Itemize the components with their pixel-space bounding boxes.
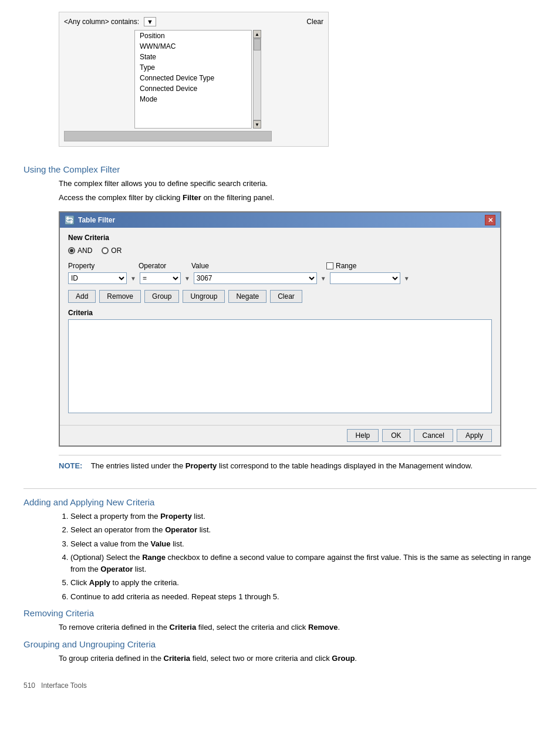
and-or-radio-row: AND OR <box>68 247 492 255</box>
dialog-titlebar: 🔄 Table Filter ✕ <box>60 212 500 228</box>
dropdown-item[interactable]: Connected Device <box>135 83 251 94</box>
add-button[interactable]: Add <box>68 290 96 303</box>
property-bold-s1: Property <box>160 512 191 521</box>
operator-bold-s4: Operator <box>100 565 133 573</box>
scrollbar-track <box>253 38 261 120</box>
step-4: (Optional) Select the Range checkbox to … <box>70 552 537 575</box>
ungroup-button[interactable]: Ungroup <box>183 290 225 303</box>
dialog-footer: Help OK Cancel Apply <box>60 425 500 445</box>
page-footer: 510 Interface Tools <box>23 681 537 690</box>
note-label: NOTE: <box>59 461 82 470</box>
clear-link[interactable]: Clear <box>306 18 323 26</box>
range-select[interactable] <box>330 272 400 284</box>
removing-criteria-heading: Removing Criteria <box>23 608 537 618</box>
property-header: Property <box>68 262 133 270</box>
operator-select[interactable]: = <box>140 272 181 284</box>
group-button[interactable]: Group <box>144 290 179 303</box>
range-bold-s4: Range <box>142 553 166 562</box>
or-radio-dot <box>102 247 109 254</box>
any-column-label: <Any column> contains: <box>64 18 139 26</box>
note-box: NOTE: The entries listed under the Prope… <box>59 455 501 477</box>
property-select[interactable]: ID <box>68 272 127 284</box>
step-2: Select an operator from the Operator lis… <box>70 524 537 536</box>
table-filter-dialog: 🔄 Table Filter ✕ New Criteria AND OR Pro… <box>59 211 501 447</box>
criteria-box <box>68 319 492 413</box>
scrollbar-thumb[interactable] <box>254 39 261 50</box>
criteria-bold-remove: Criteria <box>170 623 197 632</box>
apply-bold-s5: Apply <box>89 578 110 587</box>
dialog-body: New Criteria AND OR Property Operator Va… <box>60 228 500 425</box>
using-complex-filter-para2: Access the complex filter by clicking Fi… <box>59 192 537 204</box>
filter-row-header: Property Operator Value Range <box>68 262 492 270</box>
value-header: Value <box>191 262 321 270</box>
dropdown-item[interactable]: Mode <box>135 94 251 104</box>
dialog-icon: 🔄 <box>65 215 75 225</box>
ok-button[interactable]: OK <box>382 429 410 442</box>
criteria-buttons-row: Add Remove Group Ungroup Negate Clear <box>68 290 492 303</box>
property-bold-note: Property <box>185 461 217 470</box>
top-filter-area: <Any column> contains: ▼ Clear Position … <box>59 12 329 147</box>
dropdown-item[interactable]: WWN/MAC <box>135 41 251 52</box>
divider-1 <box>23 488 537 489</box>
dialog-close-button[interactable]: ✕ <box>485 215 495 225</box>
step-3: Select a value from the Value list. <box>70 538 537 550</box>
property-arrow: ▼ <box>130 275 136 282</box>
apply-button[interactable]: Apply <box>457 429 492 442</box>
criteria-bold-group: Criteria <box>164 654 191 663</box>
filter-inputs-row: ID ▼ = ▼ 3067 ▼ ▼ <box>68 272 492 284</box>
scrollbar-up[interactable]: ▲ <box>253 30 261 38</box>
or-label: OR <box>111 247 122 255</box>
and-radio-dot <box>68 247 75 254</box>
any-column-dropdown[interactable]: ▼ <box>144 17 156 26</box>
remove-button[interactable]: Remove <box>99 290 141 303</box>
filter-bold: Filter <box>183 193 201 202</box>
cancel-button[interactable]: Cancel <box>414 429 453 442</box>
filter-input-bar <box>64 131 272 141</box>
help-button[interactable]: Help <box>347 429 379 442</box>
dropdown-item[interactable]: Position <box>135 31 251 41</box>
negate-button[interactable]: Negate <box>228 290 266 303</box>
remove-bold: Remove <box>308 623 338 632</box>
operator-header: Operator <box>139 262 185 270</box>
value-bold-s3: Value <box>151 539 171 548</box>
range-header: Range <box>326 262 356 270</box>
grouping-criteria-text: To group criteria defined in the Criteri… <box>59 653 537 664</box>
range-label: Range <box>336 262 356 270</box>
dialog-title: Table Filter <box>78 216 115 224</box>
group-bold: Group <box>332 654 355 663</box>
grouping-criteria-heading: Grouping and Ungrouping Criteria <box>23 639 537 649</box>
value-select[interactable]: 3067 <box>194 272 317 284</box>
adding-applying-heading: Adding and Applying New Criteria <box>23 497 537 507</box>
dropdown-item[interactable]: Type <box>135 62 251 73</box>
dropdown-list: Position WWN/MAC State Type Connected De… <box>134 30 252 129</box>
dropdown-item[interactable]: State <box>135 52 251 62</box>
step-1: Select a property from the Property list… <box>70 511 537 522</box>
and-label: AND <box>77 247 92 255</box>
operator-bold-s2: Operator <box>165 525 197 534</box>
range-checkbox[interactable] <box>326 262 333 269</box>
removing-criteria-text: To remove criteria defined in the Criter… <box>59 622 537 633</box>
range-arrow: ▼ <box>404 275 410 282</box>
clear-button[interactable]: Clear <box>270 290 302 303</box>
using-complex-filter-heading: Using the Complex Filter <box>23 164 537 174</box>
step-6: Continue to add criteria as needed. Repe… <box>70 591 537 603</box>
scrollbar-down[interactable]: ▼ <box>253 120 261 129</box>
operator-arrow: ▼ <box>184 275 190 282</box>
new-criteria-label: New Criteria <box>68 234 492 242</box>
using-complex-filter-para1: The complex filter allows you to define … <box>59 178 537 190</box>
dropdown-item[interactable]: Connected Device Type <box>135 73 251 83</box>
page-number: 510 <box>23 681 35 690</box>
and-radio[interactable]: AND <box>68 247 92 255</box>
steps-list: Select a property from the Property list… <box>70 511 537 603</box>
or-radio[interactable]: OR <box>102 247 122 255</box>
criteria-label: Criteria <box>68 309 492 317</box>
value-arrow: ▼ <box>321 275 326 282</box>
page-label: Interface Tools <box>41 681 87 690</box>
step-5: Click Apply to apply the criteria. <box>70 577 537 589</box>
